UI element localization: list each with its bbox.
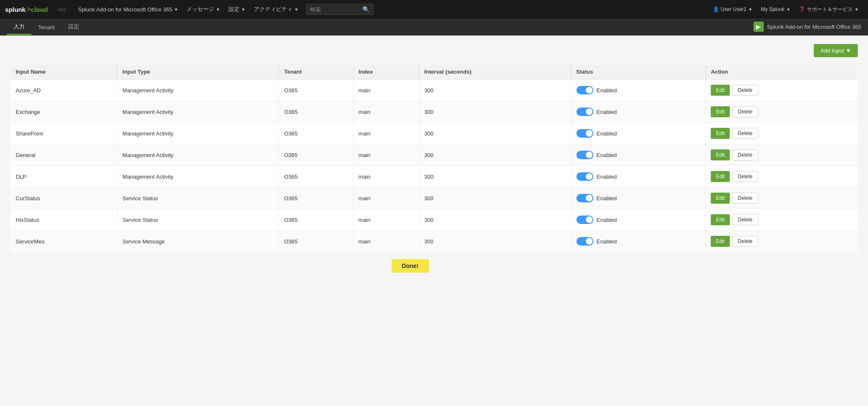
app-menu-caret: ▼ [174, 7, 178, 12]
cell-status: Enabled [571, 123, 706, 144]
status-toggle[interactable] [576, 215, 593, 224]
cell-name: DLP [11, 166, 117, 188]
delete-button[interactable]: Delete [732, 236, 758, 247]
cell-action: Edit Delete [706, 101, 858, 123]
table-row: SharePoint Management Activity O365 main… [11, 123, 858, 144]
logo-gt: > [26, 5, 31, 14]
delete-button[interactable]: Delete [732, 85, 758, 96]
cell-name: HisStatus [11, 209, 117, 231]
table-row: Azure_AD Management Activity O365 main 3… [11, 80, 858, 101]
cell-type: Management Activity [117, 144, 279, 166]
status-label: Enabled [597, 217, 617, 223]
edit-button[interactable]: Edit [711, 128, 730, 139]
edit-button[interactable]: Edit [711, 214, 730, 225]
delete-button[interactable]: Delete [732, 149, 758, 160]
tab-input[interactable]: 入力 [7, 18, 31, 35]
cell-interval: 300 [419, 188, 571, 209]
col-header-status: Status [571, 64, 706, 80]
cell-action: Edit Delete [706, 166, 858, 188]
delete-button[interactable]: Delete [732, 106, 758, 117]
search-box[interactable]: 🔍 [306, 4, 373, 15]
cell-action: Edit Delete [706, 188, 858, 209]
status-toggle[interactable] [576, 172, 593, 181]
messages-menu[interactable]: メッセージ ▼ [182, 0, 224, 19]
cell-index: main [353, 123, 419, 144]
delete-button[interactable]: Delete [732, 193, 758, 204]
cell-tenant: O365 [279, 123, 353, 144]
table-row: ServiceMes Service Message O365 main 300… [11, 231, 858, 252]
cell-name: Azure_AD [11, 80, 117, 101]
cell-tenant: O365 [279, 209, 353, 231]
table-row: Exchange Management Activity O365 main 3… [11, 101, 858, 123]
status-label: Enabled [597, 109, 617, 115]
cell-interval: 300 [419, 166, 571, 188]
edit-button[interactable]: Edit [711, 171, 730, 182]
cell-status: Enabled [571, 80, 706, 101]
status-toggle[interactable] [576, 194, 593, 202]
delete-button[interactable]: Delete [732, 214, 758, 225]
user-menu[interactable]: 👤 User User1 ▼ [709, 0, 757, 19]
edit-button[interactable]: Edit [711, 106, 730, 117]
sub-nav: 入力 Tenant 設定 ▶ Splunk Add-on for Microso… [0, 19, 868, 36]
cell-type: Service Status [117, 188, 279, 209]
cell-interval: 300 [419, 101, 571, 123]
cell-status: Enabled [571, 209, 706, 231]
subnav-app-title: ▶ Splunk Add-on for Microsoft Office 365 [754, 22, 861, 35]
activity-menu[interactable]: アクティビティ ▼ [250, 0, 303, 19]
table-row: DLP Management Activity O365 main 300 En… [11, 166, 858, 188]
support-menu[interactable]: ❓ サポート＆サービス ▼ [795, 0, 863, 19]
cell-interval: 300 [419, 209, 571, 231]
search-input[interactable] [310, 6, 361, 13]
edit-button[interactable]: Edit [711, 85, 730, 96]
logo[interactable]: splunk>cloud [5, 5, 48, 14]
cell-interval: 300 [419, 80, 571, 101]
logo-splunk: splunk [5, 6, 25, 13]
edit-button[interactable]: Edit [711, 193, 730, 204]
col-header-action: Action [706, 64, 858, 80]
cell-name: SharePoint [11, 123, 117, 144]
app-menu[interactable]: Splunk Add-on for Microsoft Office 365 ▼ [74, 0, 182, 19]
col-header-index: Index [353, 64, 419, 80]
edit-button[interactable]: Edit [711, 236, 730, 247]
col-header-type: Input Type [117, 64, 279, 80]
mysplunk-menu[interactable]: My Splunk ▼ [757, 0, 795, 19]
edit-button[interactable]: Edit [711, 149, 730, 160]
table-row: HisStatus Service Status O365 main 300 E… [11, 209, 858, 231]
status-toggle[interactable] [576, 129, 593, 138]
col-header-name: Input Name [11, 64, 117, 80]
delete-button[interactable]: Delete [732, 171, 758, 182]
status-label: Enabled [597, 87, 617, 94]
delete-button[interactable]: Delete [732, 128, 758, 139]
cell-index: main [353, 101, 419, 123]
settings-menu[interactable]: 設定 ▼ [224, 0, 250, 19]
cell-type: Management Activity [117, 166, 279, 188]
status-toggle[interactable] [576, 86, 593, 94]
cell-action: Edit Delete [706, 80, 858, 101]
tab-tenant[interactable]: Tenant [31, 18, 61, 35]
cell-status: Enabled [571, 188, 706, 209]
status-toggle[interactable] [576, 237, 593, 246]
tab-settings[interactable]: 設定 [61, 18, 86, 35]
table-row: General Management Activity O365 main 30… [11, 144, 858, 166]
cell-interval: 300 [419, 123, 571, 144]
cell-status: Enabled [571, 166, 706, 188]
cell-status: Enabled [571, 231, 706, 252]
cell-tenant: O365 [279, 188, 353, 209]
cell-tenant: O365 [279, 231, 353, 252]
app-arrow-icon: ▶ [754, 22, 764, 32]
status-toggle[interactable] [576, 151, 593, 159]
cell-tenant: O365 [279, 80, 353, 101]
status-toggle[interactable] [576, 108, 593, 116]
cell-action: Edit Delete [706, 144, 858, 166]
cell-tenant: O365 [279, 144, 353, 166]
cell-status: Enabled [571, 101, 706, 123]
col-header-tenant: Tenant [279, 64, 353, 80]
help-icon: ❓ [799, 6, 805, 12]
toolbar: Add Input ▼ [10, 44, 858, 57]
add-input-button[interactable]: Add Input ▼ [814, 44, 858, 57]
status-label: Enabled [597, 152, 617, 158]
inputs-table: Input Name Input Type Tenant Index Inter… [10, 64, 858, 252]
search-icon: 🔍 [362, 6, 370, 13]
cell-tenant: O365 [279, 101, 353, 123]
cell-type: Management Activity [117, 80, 279, 101]
